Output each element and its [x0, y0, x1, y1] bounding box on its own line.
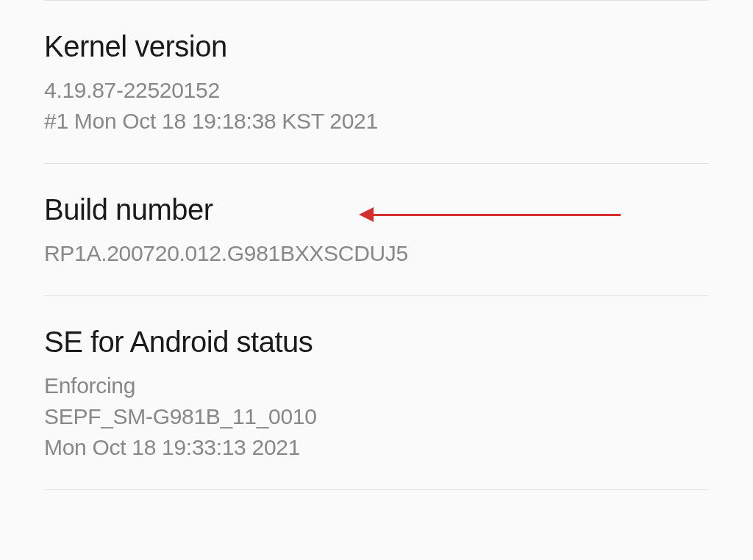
build-number-item[interactable]: Build number RP1A.200720.012.G981BXXSCDU… [44, 164, 709, 295]
se-android-title: SE for Android status [44, 326, 709, 359]
kernel-version-value: 4.19.87-22520152 #1 Mon Oct 18 19:18:38 … [44, 75, 709, 137]
se-android-line3: Mon Oct 18 19:33:13 2021 [44, 435, 300, 459]
settings-list: Kernel version 4.19.87-22520152 #1 Mon O… [0, 0, 753, 490]
kernel-version-title: Kernel version [44, 30, 709, 63]
build-number-value: RP1A.200720.012.G981BXXSCDUJ5 [44, 238, 709, 269]
build-number-title: Build number [44, 193, 709, 226]
se-android-line2: SEPF_SM-G981B_11_0010 [44, 404, 317, 428]
kernel-version-line1: 4.19.87-22520152 [44, 78, 220, 102]
se-android-line1: Enforcing [44, 373, 135, 398]
se-android-value: Enforcing SEPF_SM-G981B_11_0010 Mon Oct … [44, 370, 709, 463]
divider [44, 489, 709, 490]
kernel-version-item[interactable]: Kernel version 4.19.87-22520152 #1 Mon O… [44, 1, 709, 163]
kernel-version-line2: #1 Mon Oct 18 19:18:38 KST 2021 [44, 109, 378, 133]
se-android-status-item[interactable]: SE for Android status Enforcing SEPF_SM-… [44, 296, 709, 489]
